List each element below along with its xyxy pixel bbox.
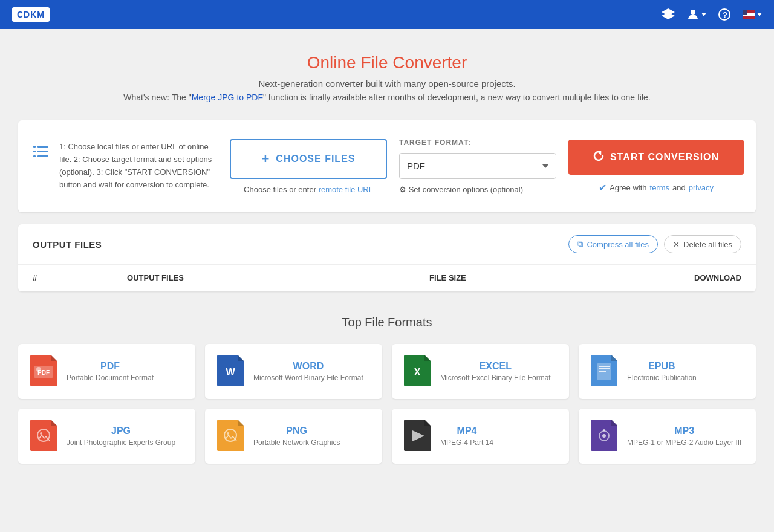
format-card-jpg[interactable]: JPG Joint Photographic Experts Group (18, 409, 195, 464)
col-output-files: OUTPUT FILES (112, 265, 355, 291)
terms-link[interactable]: terms (650, 183, 670, 192)
start-conversion-button[interactable]: START CONVERSION (568, 140, 744, 175)
remote-url-link[interactable]: remote file URL (319, 185, 373, 194)
format-info-png: PNG Portable Network Graphics (253, 426, 340, 447)
png-file-icon (217, 420, 244, 453)
format-section: TARGET FORMAT: PDF DOCX JPG PNG MP4 MP3 … (399, 138, 556, 194)
format-card-epub[interactable]: EPUB Electronic Publication (579, 344, 756, 399)
format-info-word: WORD Microsoft Word Binary File Format (253, 361, 363, 382)
svg-point-0 (691, 10, 695, 15)
format-card-pdf[interactable]: PDF PDF Portable Document Format (18, 344, 195, 399)
format-info-excel: EXCEL Microsoft Excel Binary File Format (440, 361, 551, 382)
news-suffix: " function is finally available after mo… (263, 92, 651, 102)
format-desc-png: Portable Network Graphics (253, 438, 340, 447)
svg-rect-12 (33, 155, 36, 157)
hero-news: What's new: The "Merge JPG to PDF" funct… (18, 92, 756, 102)
refresh-icon (593, 151, 604, 164)
agree-text: ✔ Agree with terms and privacy (599, 182, 714, 193)
svg-rect-10 (33, 146, 36, 148)
format-desc-jpg: Joint Photographic Experts Group (67, 438, 175, 447)
format-name-pdf: PDF (67, 361, 154, 372)
format-card-mp3[interactable]: MP3 MPEG-1 or MPEG-2 Audio Layer III (579, 409, 756, 464)
choose-files-button[interactable]: + CHOOSE FILES (230, 139, 387, 179)
svg-text:?: ? (723, 10, 727, 19)
format-info-pdf: PDF Portable Document Format (67, 361, 154, 382)
output-header: OUTPUT FILES ⧉ Compress all files ✕ Dele… (18, 224, 756, 265)
main-content: Online File Converter Next-generation co… (6, 29, 768, 494)
svg-text:X: X (414, 367, 421, 377)
instructions: 1: Choose local files or enter URL of on… (30, 141, 218, 191)
conversion-options[interactable]: ⚙ Set conversion options (optional) (399, 185, 556, 194)
svg-point-29 (602, 434, 606, 438)
svg-marker-13 (599, 151, 600, 154)
svg-point-16 (36, 367, 41, 372)
delete-all-button[interactable]: ✕ Delete all files (664, 235, 741, 253)
format-card-excel[interactable]: X EXCEL Microsoft Excel Binary File Form… (392, 344, 569, 399)
start-section: START CONVERSION ✔ Agree with terms and … (568, 140, 744, 193)
compress-all-button[interactable]: ⧉ Compress all files (568, 235, 658, 253)
check-icon: ✔ (599, 182, 607, 193)
format-desc-word: Microsoft Word Binary File Format (253, 374, 363, 382)
format-info-jpg: JPG Joint Photographic Experts Group (67, 426, 175, 447)
output-actions: ⧉ Compress all files ✕ Delete all files (568, 235, 741, 253)
format-card-mp4[interactable]: MP4 MPEG-4 Part 14 (392, 409, 569, 464)
format-desc-mp3: MPEG-1 or MPEG-2 Audio Layer III (627, 438, 741, 447)
compress-icon: ⧉ (577, 239, 583, 249)
excel-file-icon: X (404, 355, 431, 388)
mp3-file-icon (591, 420, 617, 453)
hero-subtitle: Next-generation converter built with man… (18, 79, 756, 89)
page-title: Online File Converter (18, 53, 756, 73)
word-file-icon: W (217, 355, 244, 388)
svg-rect-20 (599, 366, 610, 367)
mp4-file-icon (404, 420, 431, 453)
user-icon[interactable] (687, 8, 706, 21)
help-icon[interactable]: ? (718, 8, 730, 21)
delete-icon: ✕ (673, 240, 680, 249)
svg-rect-5 (743, 16, 755, 19)
start-conversion-label: START CONVERSION (610, 152, 719, 163)
format-name-epub: EPUB (627, 361, 697, 372)
svg-rect-8 (37, 151, 48, 152)
format-select[interactable]: PDF DOCX JPG PNG MP4 MP3 EPUB XLSX (399, 153, 556, 179)
format-card-png[interactable]: PNG Portable Network Graphics (205, 409, 382, 464)
output-title: OUTPUT FILES (33, 239, 102, 250)
formats-section: Top File Formats PDF PDF Portable Docume… (18, 316, 756, 464)
converter-panel: 1: Choose local files or enter URL of on… (18, 120, 756, 212)
logo[interactable]: CDKM (12, 7, 50, 22)
choose-files-label: CHOOSE FILES (276, 154, 355, 164)
list-icon (30, 142, 52, 172)
format-name-mp3: MP3 (627, 426, 741, 436)
output-panel: OUTPUT FILES ⧉ Compress all files ✕ Dele… (18, 224, 756, 291)
layers-icon[interactable] (662, 8, 675, 21)
output-table: # OUTPUT FILES FILE SIZE DOWNLOAD (18, 265, 756, 291)
header: CDKM ? (0, 0, 774, 29)
format-card-word[interactable]: W WORD Microsoft Word Binary File Format (205, 344, 382, 399)
col-number: # (18, 265, 112, 291)
news-link[interactable]: Merge JPG to PDF (192, 92, 263, 102)
formats-grid-row1: PDF PDF Portable Document Format W WORD … (18, 344, 756, 399)
format-name-png: PNG (253, 426, 340, 436)
format-desc-excel: Microsoft Excel Binary File Format (440, 374, 551, 382)
format-info-mp3: MP3 MPEG-1 or MPEG-2 Audio Layer III (627, 426, 741, 447)
format-info-epub: EPUB Electronic Publication (627, 361, 697, 382)
epub-file-icon (591, 355, 617, 388)
format-info-mp4: MP4 MPEG-4 Part 14 (440, 426, 493, 447)
svg-rect-6 (743, 10, 747, 15)
svg-text:W: W (226, 367, 235, 377)
language-icon[interactable] (743, 10, 762, 19)
choose-hint: Choose files or enter remote file URL (244, 185, 373, 194)
privacy-link[interactable]: privacy (689, 183, 714, 192)
choose-section: + CHOOSE FILES Choose files or enter rem… (230, 139, 387, 194)
header-icons: ? (662, 8, 762, 21)
gear-icon: ⚙ (399, 185, 406, 194)
svg-point-26 (227, 432, 229, 435)
plus-icon: + (262, 151, 270, 167)
svg-rect-9 (37, 155, 48, 157)
format-label: TARGET FORMAT: (399, 138, 556, 147)
hero-section: Online File Converter Next-generation co… (18, 53, 756, 102)
pdf-file-icon: PDF (30, 355, 57, 388)
format-desc-pdf: Portable Document Format (67, 374, 154, 382)
formats-grid-row2: JPG Joint Photographic Experts Group PNG… (18, 409, 756, 464)
format-name-jpg: JPG (67, 426, 175, 436)
format-name-mp4: MP4 (440, 426, 493, 436)
